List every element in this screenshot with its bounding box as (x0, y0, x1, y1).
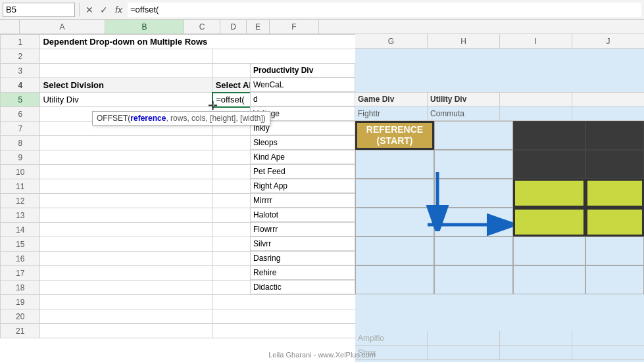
rp-cell: Amplfio (355, 331, 428, 345)
diagram-cell (434, 208, 513, 237)
diagram-cell (513, 265, 585, 294)
diagram-cell (355, 150, 434, 179)
rp-cell (500, 331, 572, 345)
col-header-f[interactable]: F (270, 20, 319, 34)
diagram-cell (585, 237, 644, 265)
utility-div-cell[interactable]: Utility Div (40, 93, 212, 107)
diagram-cell (434, 121, 513, 150)
col-header-h[interactable]: H (428, 34, 500, 48)
col-header-c[interactable]: C (184, 20, 220, 34)
corner-header (0, 20, 20, 34)
rp-cell (428, 346, 500, 359)
result-cell (585, 179, 644, 208)
rp-cell (428, 331, 500, 345)
diagram-cell-dark (585, 121, 644, 150)
list-item: Rehire (250, 265, 355, 280)
select-division-header: Select Division (40, 78, 212, 93)
diagram-cell-dark (513, 121, 585, 150)
rp-cell (500, 106, 572, 120)
list-item: Didactic (250, 280, 355, 294)
row-num-3: 3 (1, 64, 40, 78)
col-header-a[interactable]: A (20, 20, 105, 34)
col-header-j[interactable]: J (572, 34, 644, 48)
rp-cell (500, 346, 572, 359)
name-box[interactable] (3, 3, 75, 17)
list-item: Halotot (250, 208, 355, 222)
list-item: Right App (250, 179, 355, 193)
formula-bar-divider (79, 3, 80, 16)
list-item: Inkly (250, 121, 355, 135)
list-item: WenCaL (250, 78, 355, 92)
utility-div-header: Utility Div (428, 93, 500, 106)
rp-cell (572, 106, 644, 120)
diagram-cell (434, 150, 513, 179)
rp-cell (572, 346, 644, 359)
col-header-b[interactable]: B (105, 20, 184, 34)
formula-bar: ✕ ✓ fx (0, 0, 644, 20)
fx-label: fx (112, 5, 125, 15)
reference-cell: REFERENCE(START) (355, 121, 434, 150)
right-panel-data-headers: Game Div Utility Div (355, 92, 644, 106)
cancel-button[interactable]: ✕ (84, 5, 95, 15)
diagram-cell (434, 265, 513, 294)
rp-col4-header (572, 93, 644, 106)
diagram-cell-dark (513, 150, 585, 179)
list-item: Dasring (250, 251, 355, 265)
right-panel-col-headers: G H I J (355, 34, 644, 49)
list-item: Mirrrr (250, 193, 355, 208)
col-header-d[interactable]: D (220, 20, 247, 34)
col-header-g[interactable]: G (355, 34, 428, 48)
row-num-1: 1 (1, 35, 40, 49)
rp-cell (572, 331, 644, 345)
result-cell (585, 208, 644, 237)
game-div-header: Game Div (355, 93, 428, 106)
right-panel-bottom-rows: Amplfio Strex (355, 331, 644, 360)
list-item: d (250, 92, 355, 106)
row-num-5: 5 (1, 93, 40, 107)
rp-cell: Commuta (428, 106, 500, 120)
list-item: Flowrrr (250, 222, 355, 237)
list-item: Voltage (250, 106, 355, 121)
rp-col3-header (500, 93, 572, 106)
watermark: Leila Gharani - www.XelPlus.com (268, 351, 376, 359)
diagram-cell (355, 237, 434, 265)
column-headers: A B C D E F (0, 20, 644, 34)
confirm-button[interactable]: ✓ (98, 5, 110, 15)
list-item: Sleops (250, 135, 355, 150)
spreadsheet: A B C D E F 1 Dependent Drop-down on Mul… (0, 20, 644, 362)
rp-cell: Fighttr (355, 106, 428, 120)
diagram-cell (434, 237, 513, 265)
diagram-cell (355, 179, 434, 208)
productivity-div-header: Productivity Div (250, 63, 355, 78)
right-panel-row5: Fighttr Commuta (355, 106, 644, 121)
diagram-cell (434, 179, 513, 208)
result-cell (513, 208, 585, 237)
diagram-cell (355, 208, 434, 237)
list-item: Kind Ape (250, 150, 355, 164)
list-item: Silvrr (250, 237, 355, 251)
col-header-i[interactable]: I (500, 34, 572, 48)
row-num-2: 2 (1, 49, 40, 64)
reference-diagram: REFERENCE(START) (355, 121, 644, 331)
list-item: Pet Feed (250, 164, 355, 179)
diagram-cell (513, 237, 585, 265)
diagram-cell-dark (585, 150, 644, 179)
productivity-div-column: Productivity Div WenCaL d Voltage Inkly … (250, 63, 355, 294)
row-num-4: 4 (1, 78, 40, 93)
formula-input[interactable] (128, 3, 641, 17)
col-header-e[interactable]: E (247, 20, 270, 34)
diagram-cell (355, 265, 434, 294)
diagram-cell (585, 265, 644, 294)
result-cell (513, 179, 585, 208)
